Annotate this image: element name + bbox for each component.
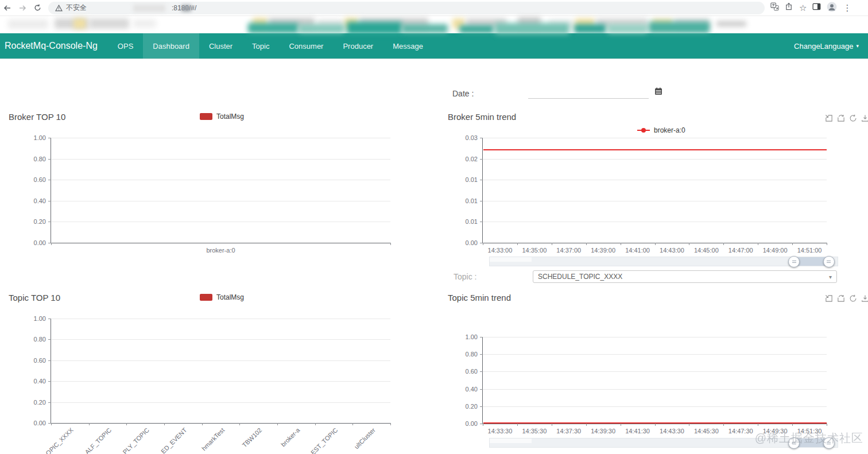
x-tick-label-text: PLY_TOPIC xyxy=(121,426,150,454)
nav-item-topic[interactable]: Topic xyxy=(242,33,279,59)
x-axis-tick xyxy=(792,424,793,426)
y-tick-label: 0.40 xyxy=(34,378,46,385)
x-tick-label-text: TBW102 xyxy=(241,426,264,449)
x-axis-tick xyxy=(621,424,621,426)
datazoom-shadow xyxy=(490,257,532,262)
legend-label: TotalMsg xyxy=(216,112,244,121)
nav-item-message[interactable]: Message xyxy=(383,33,433,59)
y-tick-label: 0.40 xyxy=(466,386,478,393)
broker-trend-legend[interactable]: broker-a:0 xyxy=(637,126,685,134)
reload-icon[interactable] xyxy=(30,1,45,15)
forward-icon[interactable] xyxy=(15,1,30,15)
gridline xyxy=(51,222,390,222)
x-axis-tick xyxy=(126,423,127,425)
refresh-icon[interactable] xyxy=(849,294,857,302)
browser-toolbar: 不安全 :8180/#/ ☆ ⋮ xyxy=(0,0,868,16)
y-tick-label: 0.60 xyxy=(34,357,46,364)
nav-item-cluster[interactable]: Cluster xyxy=(199,33,242,59)
x-axis-tick xyxy=(517,243,518,245)
trend-series-line xyxy=(483,422,827,424)
y-tick-label: 0.01 xyxy=(466,197,478,204)
download-icon[interactable] xyxy=(861,294,868,302)
topic-top10-title: Topic TOP 10 xyxy=(9,293,60,302)
gridline xyxy=(483,159,827,160)
topic-trend-toolbox xyxy=(825,294,868,302)
data-zoom-icon[interactable] xyxy=(825,294,833,302)
refresh-icon[interactable] xyxy=(849,114,857,122)
security-label: 不安全 xyxy=(66,3,87,13)
x-axis-tick xyxy=(827,243,827,245)
x-axis-tick xyxy=(621,243,621,245)
legend-swatch xyxy=(200,294,212,301)
app-brand[interactable]: RocketMq-Console-Ng xyxy=(0,33,103,59)
gridline xyxy=(51,360,390,361)
restore-zoom-icon[interactable] xyxy=(837,114,845,122)
y-tick-label: 0.01 xyxy=(466,176,478,183)
chevron-down-icon: ▾ xyxy=(829,274,832,280)
x-axis-tick xyxy=(655,424,656,426)
date-input[interactable] xyxy=(528,86,649,99)
address-bar[interactable]: 不安全 :8180/#/ xyxy=(48,2,765,14)
browser-actions: ☆ ⋮ xyxy=(770,2,851,14)
nav-item-consumer[interactable]: Consumer xyxy=(279,33,333,59)
x-tick-label: 14:39:00 xyxy=(591,247,615,254)
menu-kebab-icon[interactable]: ⋮ xyxy=(843,3,851,13)
y-axis-tick xyxy=(48,138,51,138)
gridline xyxy=(483,138,827,138)
y-axis-tick xyxy=(480,159,483,160)
topic-select[interactable]: SCHEDULE_TOPIC_XXXX ▾ xyxy=(533,270,837,283)
data-zoom-icon[interactable] xyxy=(825,114,833,122)
legend-swatch xyxy=(200,113,212,120)
redacted-bookmarks-bar xyxy=(0,16,868,33)
broker-top10-legend[interactable]: TotalMsg xyxy=(200,112,244,121)
date-label: Date : xyxy=(452,89,474,98)
calendar-icon[interactable] xyxy=(654,87,662,98)
site-watermark: @稀土掘金技术社区 xyxy=(755,430,863,446)
broker-trend-chart[interactable]: 0.030.020.010.010.010.0014:33:0014:35:00… xyxy=(482,138,827,243)
download-icon[interactable] xyxy=(861,114,868,122)
broker-top10-chart[interactable]: 1.000.800.600.400.200.00broker-a:0 xyxy=(51,138,390,243)
gridline xyxy=(483,389,827,390)
y-tick-label: 1.00 xyxy=(34,315,46,322)
y-tick-label: 1.00 xyxy=(466,333,478,340)
side-panel-icon[interactable] xyxy=(812,2,821,13)
star-icon[interactable]: ☆ xyxy=(799,3,807,13)
datazoom-handle-left[interactable] xyxy=(788,256,800,267)
topic-top10-chart[interactable]: 1.000.800.600.400.200.00OPIC_XXXXALF_TOP… xyxy=(51,319,390,424)
gridline xyxy=(51,159,390,160)
gridline xyxy=(483,406,827,407)
x-axis-tick xyxy=(655,243,656,245)
y-tick-label: 0.00 xyxy=(466,239,478,246)
x-axis-tick xyxy=(586,424,587,426)
profile-icon[interactable] xyxy=(827,2,837,14)
x-tick-label-text: hmarkTest xyxy=(200,426,226,452)
gridline xyxy=(51,201,390,201)
datazoom-shadow xyxy=(490,439,532,443)
x-axis-tick xyxy=(202,423,203,425)
restore-zoom-icon[interactable] xyxy=(837,294,845,302)
nav-item-dashboard[interactable]: Dashboard xyxy=(143,33,199,59)
translate-icon[interactable] xyxy=(770,2,779,13)
share-icon[interactable] xyxy=(785,2,793,13)
x-axis-tick xyxy=(315,423,316,425)
back-icon[interactable] xyxy=(0,1,15,15)
topic-top10-legend[interactable]: TotalMsg xyxy=(200,293,244,301)
x-axis-tick xyxy=(51,243,52,245)
nav-item-producer[interactable]: Producer xyxy=(333,33,383,59)
y-axis-tick xyxy=(480,389,483,390)
x-axis-tick xyxy=(390,423,391,425)
x-tick-label: 14:51:00 xyxy=(797,247,822,254)
broker-trend-datazoom-slider[interactable] xyxy=(489,257,838,266)
y-tick-label: 0.20 xyxy=(466,403,478,410)
change-language-menu[interactable]: ChangeLanguage ▾ xyxy=(794,33,868,59)
x-axis-tick xyxy=(352,423,353,425)
broker-top10-title: Broker TOP 10 xyxy=(9,112,65,122)
y-axis-tick xyxy=(480,337,483,337)
x-tick-label: 14:39:30 xyxy=(591,428,615,434)
topic-trend-chart[interactable]: 1.000.800.600.400.200.0014:33:3014:35:30… xyxy=(482,337,827,424)
nav-item-ops[interactable]: OPS xyxy=(108,33,143,59)
gridline xyxy=(483,371,827,372)
datazoom-handle-right[interactable] xyxy=(823,256,835,267)
x-axis-tick xyxy=(723,243,724,245)
app-navbar: RocketMq-Console-Ng OPSDashboardClusterT… xyxy=(0,33,868,59)
